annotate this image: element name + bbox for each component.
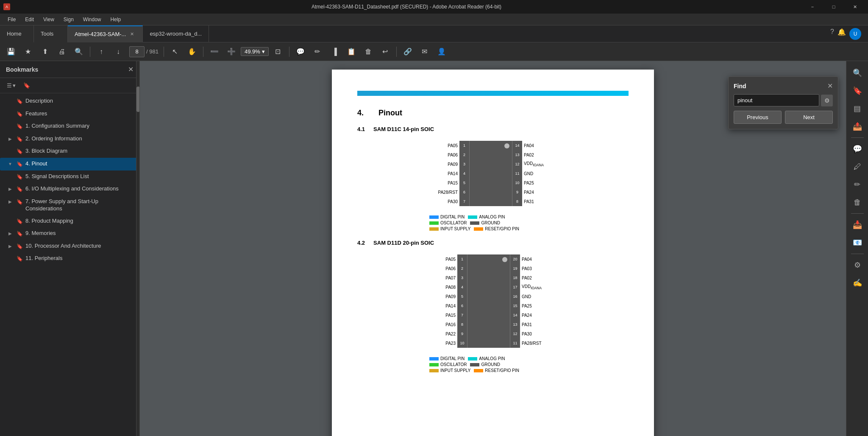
tab-esp32[interactable]: esp32-wroom-da_d... <box>143 25 209 42</box>
pinout-expand-icon[interactable]: ▼ <box>7 160 14 167</box>
bookmark-block-diagram[interactable]: 🔖 3. Block Diagram <box>0 145 139 158</box>
pin-num: 11 <box>512 169 522 178</box>
layers-sidebar[interactable]: ▤ <box>849 100 866 117</box>
menu-window[interactable]: Window <box>79 15 106 24</box>
bookmark-io-mux[interactable]: ▶ 🔖 6. I/O Multiplexing and Consideratio… <box>0 183 139 196</box>
bookmarks-add-button[interactable]: 🔖 <box>21 81 33 90</box>
highlight-sidebar[interactable]: 🖊 <box>849 158 866 175</box>
delete-button[interactable]: 🗑 <box>361 44 376 59</box>
page-number-input[interactable] <box>129 46 145 57</box>
print-button[interactable]: 🖨 <box>54 44 70 59</box>
minimize-button[interactable]: − <box>803 0 822 14</box>
redact-button[interactable]: ▐ <box>327 44 342 59</box>
next-page-button[interactable]: ↓ <box>111 44 126 59</box>
toolbar-separator-1 <box>90 47 90 57</box>
bookmark-block-diagram-label: 3. Block Diagram <box>25 148 134 155</box>
comment-sidebar[interactable]: 💬 <box>849 140 866 157</box>
bookmark-power-supply[interactable]: ▶ 🔖 7. Power Supply and Start-Up Conside… <box>0 196 139 215</box>
pin-label: PA31 <box>522 199 556 204</box>
bookmark-button[interactable]: ★ <box>20 44 36 59</box>
bookmark-sidebar[interactable]: 🔖 <box>849 82 866 99</box>
pin-row: PA28/RST 6 <box>430 187 470 197</box>
pin-label: PA09 <box>430 162 459 167</box>
upload-button[interactable]: ⬆ <box>37 44 53 59</box>
find-settings-button[interactable]: ⚙ <box>821 95 833 106</box>
expand-placeholder <box>7 110 14 111</box>
bookmark-product-mapping[interactable]: 🔖 8. Product Mapping <box>0 215 139 228</box>
bookmark-ordering-info[interactable]: ▶ 🔖 2. Ordering Information <box>0 133 139 145</box>
bookmarks-close-button[interactable]: ✕ <box>128 65 134 73</box>
bookmark-description[interactable]: 🔖 Description <box>0 95 139 108</box>
menu-help[interactable]: Help <box>106 15 125 24</box>
pin-num: 14 <box>512 141 522 150</box>
bookmark-peripherals[interactable]: 🔖 11. Peripherals <box>0 252 139 265</box>
menu-file[interactable]: File <box>3 15 20 24</box>
edit-button[interactable]: ✏ <box>310 44 325 59</box>
atmel-tab-label: Atmel-42363-SAM-... <box>75 31 126 37</box>
more-sidebar[interactable]: ✍ <box>849 274 866 291</box>
bookmark-signal-desc[interactable]: 🔖 5. Signal Descriptions List <box>0 170 139 183</box>
scrollbar-track[interactable] <box>136 61 139 436</box>
memories-expand-icon[interactable]: ▶ <box>7 230 14 236</box>
bookmark-features[interactable]: 🔖 Features <box>0 108 139 120</box>
export2-sidebar[interactable]: 📥 <box>849 216 866 233</box>
email-button[interactable]: ✉ <box>417 44 432 59</box>
find-search-input[interactable] <box>734 94 819 106</box>
link-button[interactable]: 🔗 <box>400 44 415 59</box>
undo-button[interactable]: ↩ <box>378 44 393 59</box>
ic-20-right-pins: 20PA04 19PA03 18PA02 17VDDIOANA 16GND 15… <box>510 254 558 348</box>
help-icon[interactable]: ? <box>830 28 834 40</box>
menu-edit[interactable]: Edit <box>21 15 38 24</box>
edit-sidebar[interactable]: ✏ <box>849 176 866 193</box>
cursor-tool[interactable]: ↖ <box>167 44 183 59</box>
zoom-level[interactable]: 49.9% ▾ <box>241 47 269 56</box>
stamp-button[interactable]: 📋 <box>344 44 359 59</box>
comment-button[interactable]: 💬 <box>293 44 308 59</box>
prev-page-button[interactable]: ↑ <box>94 44 109 59</box>
menu-sign[interactable]: Sign <box>59 15 78 24</box>
pin-label: VDDIOANA <box>522 161 556 167</box>
tab-home[interactable]: Home <box>0 25 34 42</box>
find-close-button[interactable]: ✕ <box>827 82 833 90</box>
settings-sidebar[interactable]: ⚙ <box>849 257 866 274</box>
page-total: / 981 <box>146 48 159 55</box>
bookmark-processor-arch[interactable]: ▶ 🔖 10. Processor And Architecture <box>0 240 139 253</box>
tab-tools[interactable]: Tools <box>34 25 68 42</box>
tab-atmel[interactable]: Atmel-42363-SAM-... ✕ <box>68 25 143 42</box>
section-4-title: 4. Pinout <box>357 109 629 117</box>
ordering-expand-icon[interactable]: ▶ <box>7 135 14 142</box>
pin-num: 3 <box>459 159 470 169</box>
bookmarks-toolbar: ☰ ▾ 🔖 <box>0 78 139 93</box>
power-expand-icon[interactable]: ▶ <box>7 198 14 204</box>
atmel-tab-close[interactable]: ✕ <box>128 31 136 38</box>
account-button[interactable]: 👤 <box>434 44 449 59</box>
find-next-button[interactable]: Next <box>785 111 833 124</box>
maximize-button[interactable]: □ <box>824 0 843 14</box>
user-avatar[interactable]: U <box>849 28 861 40</box>
title-bar: A Atmel-42363-SAM-D11_Datasheet.pdf (SEC… <box>0 0 868 14</box>
close-button[interactable]: ✕ <box>845 0 865 14</box>
ic-20-dot <box>502 257 507 262</box>
bookmarks-view-button[interactable]: ☰ ▾ <box>4 81 18 90</box>
pin-label: PA24 <box>522 190 556 195</box>
bookmark-pinout[interactable]: ▼ 🔖 4. Pinout <box>0 158 139 170</box>
export-sidebar[interactable]: 📤 <box>849 118 866 135</box>
bookmark-memories[interactable]: ▶ 🔖 9. Memories <box>0 227 139 240</box>
processor-expand-icon[interactable]: ▶ <box>7 243 14 249</box>
zoom-in-button[interactable]: ➕ <box>224 44 239 59</box>
zoom-out-button[interactable]: ➖ <box>207 44 222 59</box>
send-sidebar[interactable]: 📧 <box>849 234 866 251</box>
hand-tool[interactable]: ✋ <box>184 44 200 59</box>
scrollbar-thumb[interactable] <box>136 87 140 112</box>
find-previous-button[interactable]: Previous <box>734 111 782 124</box>
io-expand-icon[interactable]: ▶ <box>7 185 14 192</box>
menu-view[interactable]: View <box>39 15 58 24</box>
zoom-in-sidebar[interactable]: 🔍 <box>849 64 866 81</box>
delete-sidebar[interactable]: 🗑 <box>849 194 866 211</box>
save-button[interactable]: 💾 <box>3 44 19 59</box>
search-button[interactable]: 🔍 <box>71 44 86 59</box>
fit-page-button[interactable]: ⊡ <box>270 44 286 59</box>
notification-icon[interactable]: 🔔 <box>837 28 846 40</box>
bookmark-config-summary[interactable]: 🔖 1. Configuration Summary <box>0 120 139 133</box>
pin-num: 10 <box>512 178 522 187</box>
